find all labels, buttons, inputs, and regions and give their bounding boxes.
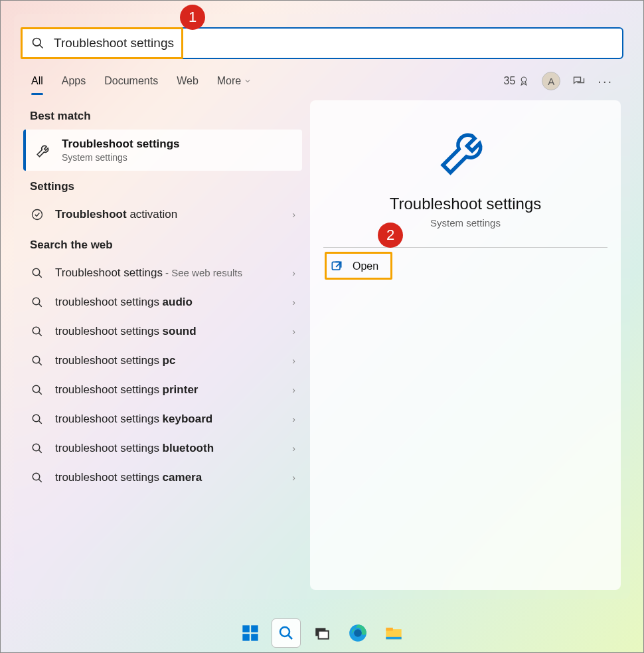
svg-line-17 (39, 450, 42, 453)
web-suggestion-text: troubleshoot settings pc (55, 354, 175, 367)
open-external-icon (330, 260, 343, 273)
svg-point-26 (280, 627, 289, 636)
settings-item-suffix: activation (127, 208, 178, 221)
web-suggestion-0[interactable]: Troubleshoot settings - See web results› (23, 258, 302, 288)
web-suggestion-2[interactable]: troubleshoot settings sound› (23, 317, 302, 346)
svg-point-12 (33, 385, 40, 393)
start-button[interactable] (236, 618, 265, 648)
search-icon (30, 355, 44, 367)
chevron-right-icon: › (292, 326, 295, 337)
taskbar-search-button[interactable] (272, 618, 301, 648)
chat-icon[interactable] (572, 74, 586, 88)
web-suggestion-text: troubleshoot settings audio (55, 296, 193, 309)
edge-button[interactable] (343, 618, 372, 648)
tab-web[interactable]: Web (177, 71, 199, 91)
toolbar-right: 35 A ··· (504, 72, 613, 90)
svg-rect-33 (386, 628, 393, 631)
search-bar[interactable] (21, 27, 623, 59)
web-suggestion-3[interactable]: troubleshoot settings pc› (23, 346, 302, 375)
web-suggestion-4[interactable]: troubleshoot settings printer› (23, 375, 302, 405)
web-suggestion-7[interactable]: troubleshoot settings camera› (23, 463, 302, 492)
rewards-points-value: 35 (504, 75, 516, 87)
web-suggestion-text: Troubleshoot settings - See web results (55, 266, 242, 280)
svg-point-18 (33, 473, 40, 480)
web-heading: Search the web (23, 229, 302, 258)
content-row: Best match Troubleshoot settings System … (14, 95, 630, 599)
check-circle-icon (30, 208, 44, 221)
search-icon (30, 442, 44, 454)
svg-point-10 (33, 356, 40, 363)
annotation-badge-1: 1 (180, 5, 205, 30)
open-label: Open (353, 260, 378, 272)
svg-point-14 (33, 415, 40, 422)
chevron-right-icon: › (292, 268, 295, 278)
search-icon (30, 384, 44, 396)
svg-point-0 (33, 39, 41, 47)
open-action[interactable]: Open 2 (323, 248, 607, 278)
search-icon (30, 296, 44, 308)
svg-line-19 (39, 479, 42, 482)
taskbar (1, 614, 643, 652)
chevron-right-icon: › (292, 297, 295, 308)
best-match-title: Troubleshoot settings (62, 138, 180, 151)
svg-line-13 (39, 391, 42, 395)
search-bar-area: 1 (14, 14, 630, 59)
tab-apps[interactable]: Apps (62, 71, 86, 91)
settings-item-activation[interactable]: Troubleshoot activation › (23, 200, 302, 229)
file-explorer-button[interactable] (379, 618, 408, 648)
web-suggestion-text: troubleshoot settings printer (55, 383, 198, 397)
web-suggestion-text: troubleshoot settings camera (55, 471, 202, 484)
chevron-down-icon (244, 77, 252, 85)
rewards-points[interactable]: 35 (504, 75, 530, 87)
best-match-heading: Best match (23, 100, 302, 130)
filter-tabs: All Apps Documents Web More 35 A (14, 59, 630, 95)
svg-point-6 (33, 298, 40, 305)
svg-line-27 (288, 635, 292, 639)
svg-line-9 (39, 333, 42, 336)
svg-line-1 (40, 45, 43, 48)
web-suggestion-1[interactable]: troubleshoot settings audio› (23, 288, 302, 317)
wrench-large-icon (436, 120, 495, 180)
svg-point-2 (522, 77, 527, 82)
svg-rect-22 (242, 625, 250, 632)
svg-rect-23 (251, 625, 258, 632)
svg-line-11 (39, 362, 42, 365)
detail-title: Troubleshoot settings (390, 195, 542, 213)
search-input[interactable] (54, 36, 613, 50)
svg-line-15 (39, 420, 42, 424)
svg-rect-29 (319, 631, 329, 639)
chevron-right-icon: › (292, 355, 295, 366)
annotation-badge-2: 2 (378, 223, 403, 248)
svg-point-31 (354, 629, 362, 637)
results-column: Best match Troubleshoot settings System … (23, 100, 302, 590)
tab-documents[interactable]: Documents (104, 71, 158, 91)
more-icon[interactable]: ··· (598, 74, 613, 89)
web-suggestion-text: troubleshoot settings bluetooth (55, 442, 214, 455)
detail-pane: Troubleshoot settings System settings Op… (310, 100, 621, 590)
tab-more[interactable]: More (217, 71, 252, 91)
wrench-icon (35, 141, 52, 159)
tab-more-label: More (217, 75, 241, 87)
search-icon (31, 37, 44, 50)
chevron-right-icon: › (292, 414, 295, 424)
chevron-right-icon: › (292, 472, 295, 483)
detail-subtitle: System settings (430, 217, 501, 229)
svg-point-3 (33, 210, 42, 220)
svg-point-4 (33, 268, 40, 276)
settings-heading: Settings (23, 171, 302, 200)
search-icon (30, 326, 44, 337)
svg-point-8 (33, 327, 40, 334)
chevron-right-icon: › (292, 209, 295, 220)
svg-point-16 (33, 444, 40, 451)
chevron-right-icon: › (292, 443, 295, 454)
task-view-button[interactable] (307, 618, 337, 648)
user-avatar[interactable]: A (542, 72, 560, 90)
svg-rect-34 (386, 637, 401, 640)
medal-icon (518, 75, 530, 87)
web-suggestion-6[interactable]: troubleshoot settings bluetooth› (23, 434, 302, 463)
svg-rect-25 (251, 634, 258, 641)
svg-line-5 (39, 274, 42, 278)
best-match-result[interactable]: Troubleshoot settings System settings (23, 130, 302, 171)
tab-all[interactable]: All (31, 71, 43, 91)
web-suggestion-5[interactable]: troubleshoot settings keyboard› (23, 405, 302, 434)
